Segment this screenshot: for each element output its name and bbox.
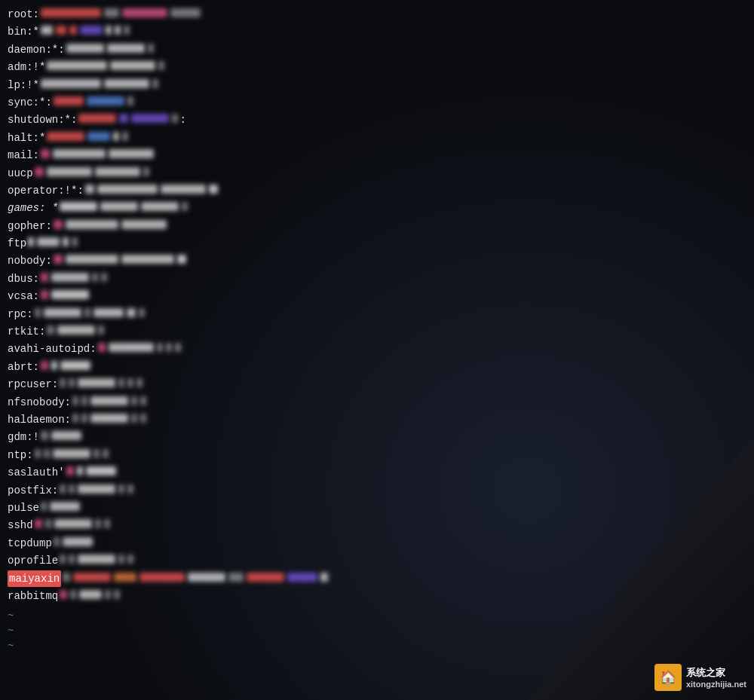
terminal-line: nobody:: [8, 252, 483, 269]
terminal-line: vcsa:: [8, 288, 483, 304]
blurred-segment: [161, 185, 206, 194]
terminal-line: gopher:: [8, 218, 483, 234]
blurred-segment: [139, 573, 185, 582]
blurred-segment: [114, 590, 120, 599]
blurred-segment: [148, 44, 154, 53]
line-label: games: *: [8, 200, 58, 216]
blurred-segment: [122, 8, 167, 17]
line-label: abrt:: [8, 359, 39, 375]
blurred-segment: [170, 8, 201, 17]
blurred-segment: [44, 308, 81, 317]
terminal-line: mail:: [8, 147, 483, 164]
blurred-segment: [78, 555, 115, 564]
line-label: rtkit:: [8, 323, 45, 340]
blurred-segment: [54, 96, 84, 105]
line-label: operator:!*:: [8, 182, 84, 199]
line-label: rpc:: [8, 306, 33, 322]
line-label: dbus:: [8, 271, 39, 287]
blurred-segment: [41, 431, 48, 440]
blurred-segment: [188, 573, 225, 582]
blurred-segment: [78, 114, 116, 123]
blurred-segment: [131, 414, 137, 423]
tilde-3: ~: [8, 640, 14, 652]
blurred-segment: [141, 202, 179, 211]
blurred-segment: [110, 61, 155, 70]
terminal-line: root:: [8, 6, 483, 23]
blurred-segment: [105, 590, 111, 599]
line-label: ntp:: [8, 447, 33, 463]
blurred-segment: [127, 96, 133, 105]
blurred-segment: [79, 590, 102, 599]
line-label: tcpdump: [8, 535, 52, 552]
blurred-segment: [157, 343, 163, 352]
blurred-segment: [41, 79, 101, 88]
blurred-segment: [131, 114, 169, 123]
blurred-segment: [107, 44, 145, 53]
blurred-segment: [84, 308, 90, 317]
terminal-line: bin:*: [8, 23, 483, 40]
blurred-segment: [95, 519, 101, 528]
blurred-segment: [41, 8, 101, 17]
blurred-segment: [78, 484, 115, 494]
blurred-segment: [95, 167, 140, 176]
blurred-segment: [119, 114, 128, 123]
blurred-segment: [136, 378, 143, 387]
blurred-segment: [35, 167, 44, 176]
blurred-segment: [41, 273, 48, 282]
blurred-segment: [60, 590, 67, 599]
blurred-segment: [35, 519, 42, 528]
blurred-segment: [93, 308, 124, 317]
blurred-segment: [72, 414, 78, 423]
blurred-segment: [69, 555, 75, 564]
blurred-segment: [140, 414, 146, 423]
blurred-segment: [41, 290, 48, 299]
terminal-line: sshd: [8, 517, 483, 533]
blurred-segment: [53, 149, 106, 158]
terminal-line: lp:!*: [8, 77, 483, 93]
blurred-segment: [140, 396, 146, 405]
blurred-segment: [92, 273, 98, 282]
line-label: rabbitmq: [8, 588, 58, 604]
line-label: mail:: [8, 147, 39, 164]
tilde-section: ~ ~ ~: [8, 607, 14, 655]
blurred-segment: [54, 220, 63, 229]
blurred-segment: [90, 396, 128, 405]
terminal-line: dbus:: [8, 271, 483, 287]
terminal-line: halt:*: [8, 130, 483, 146]
blurred-segment: [60, 555, 66, 564]
blurred-segment: [247, 573, 284, 582]
blurred-segment: [60, 484, 66, 494]
blurred-segment: [28, 237, 34, 246]
line-label: ftp: [8, 235, 26, 252]
terminal-line: ftp: [8, 235, 483, 252]
blurred-segment: [66, 220, 118, 229]
blurred-segment: [63, 237, 69, 246]
blurred-segment: [121, 255, 174, 264]
terminal-line: shutdown:*: :: [8, 112, 483, 128]
blurred-segment: [114, 573, 136, 582]
terminal-line: sync:*:: [8, 94, 483, 111]
line-label: uucp: [8, 165, 33, 182]
blurred-segment: [122, 132, 128, 141]
blurred-segment: [98, 326, 104, 335]
terminal-line: rtkit:: [8, 323, 483, 340]
blurred-segment: [177, 255, 186, 264]
terminal-line: oprofile: [8, 552, 483, 569]
blurred-segment: [98, 343, 106, 352]
terminal-line: postfix:: [8, 482, 483, 499]
blurred-segment: [93, 449, 100, 458]
blurred-segment: [118, 555, 124, 564]
watermark-label: 系统之家: [686, 666, 746, 680]
blurred-segment: [85, 185, 94, 194]
line-label: daemon:*:: [8, 41, 65, 58]
blurred-segment: [69, 484, 75, 494]
blurred-segment: [90, 414, 128, 423]
blurred-segment: [287, 573, 317, 582]
blurred-segment: [182, 202, 188, 211]
line-label: lp:!*: [8, 77, 39, 93]
blurred-segment: [113, 132, 119, 141]
blurred-segment: [97, 185, 158, 194]
terminal-line: pulse: [8, 500, 483, 516]
blurred-segment: [45, 519, 51, 528]
blurred-segment: [47, 132, 84, 141]
